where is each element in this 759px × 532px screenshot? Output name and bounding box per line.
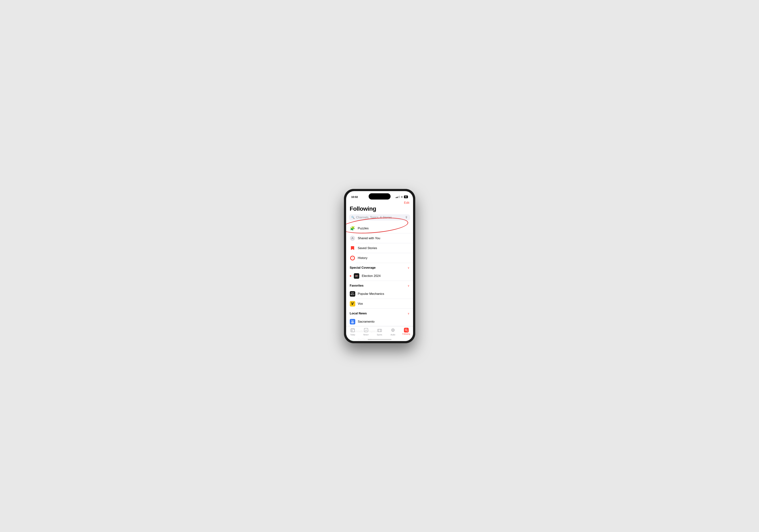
tab-newsplus[interactable]: + News+	[359, 328, 373, 336]
today-icon	[350, 328, 355, 333]
chevron-down-icon-local: ∨	[408, 312, 409, 315]
newsplus-icon: +	[364, 328, 369, 333]
svg-rect-12	[352, 330, 352, 331]
tab-following[interactable]: Following	[400, 328, 413, 335]
svg-rect-4	[352, 320, 352, 323]
list-item-election[interactable]: Election 2024	[346, 271, 413, 281]
search-placeholder: Channels, Topics, & Stories	[356, 216, 404, 219]
svg-rect-2	[355, 276, 358, 276]
audio-icon	[390, 328, 395, 333]
puzzles-label: Puzzles	[358, 227, 369, 230]
wifi-icon: ⊜	[401, 196, 403, 198]
list-item-pop-mech[interactable]: POPMECH Popular Mechanics	[346, 289, 413, 299]
chevron-down-icon-favorites: ∨	[408, 284, 409, 287]
favorites-title: Favorites	[350, 284, 364, 287]
tab-today[interactable]: Today	[346, 328, 359, 336]
special-coverage-title: Special Coverage	[350, 266, 376, 270]
shared-label: Shared with You	[358, 237, 380, 240]
shared-icon	[350, 236, 355, 241]
list-item-shared[interactable]: Shared with You	[346, 233, 413, 243]
vox-icon: V	[350, 301, 355, 307]
phone-screen: 10:02 ⊜ 91 Edit Following �	[346, 191, 413, 341]
page-header: Edit	[346, 200, 413, 205]
page-title: Following	[346, 205, 413, 214]
local-news-title: Local News	[350, 312, 367, 315]
pop-mech-label: Popular Mechanics	[358, 292, 384, 296]
saved-stories-label: Saved Stories	[358, 247, 377, 250]
section-local-news[interactable]: Local News ∨	[346, 309, 413, 317]
svg-rect-5	[352, 321, 353, 323]
svg-rect-7	[351, 323, 354, 323]
svg-rect-3	[355, 276, 357, 276]
list-item-saved[interactable]: Saved Stories	[346, 243, 413, 253]
home-indicator	[368, 339, 391, 340]
content-area[interactable]: Edit Following 🔍 Channels, Topics, & Sto…	[346, 200, 413, 341]
dynamic-island	[369, 193, 390, 200]
svg-rect-15	[378, 329, 381, 332]
list-item-vox[interactable]: V Vox	[346, 299, 413, 309]
pop-mech-icon: POPMECH	[350, 291, 355, 297]
mic-icon[interactable]: 🎙	[405, 216, 408, 219]
status-icons: ⊜ 91	[396, 196, 408, 198]
section-special-coverage[interactable]: Special Coverage ∨	[346, 263, 413, 271]
chevron-down-icon: ∨	[408, 266, 409, 269]
today-label: Today	[350, 334, 355, 336]
sacramento-icon	[350, 319, 355, 324]
bookmark-icon	[350, 246, 355, 251]
notification-dot	[350, 275, 351, 277]
tab-audio[interactable]: Audio	[386, 328, 400, 336]
svg-rect-6	[353, 320, 353, 323]
following-icon	[404, 328, 409, 332]
list-item-sacramento[interactable]: Sacramento	[346, 317, 413, 326]
section-favorites[interactable]: Favorites ∨	[346, 281, 413, 289]
edit-button[interactable]: Edit	[404, 201, 409, 205]
puzzle-icon: 🧩	[350, 226, 355, 231]
svg-text:+: +	[366, 329, 367, 331]
svg-rect-11	[351, 329, 354, 330]
list-item-history[interactable]: History	[346, 253, 413, 263]
svg-line-20	[407, 331, 408, 331]
status-time: 10:02	[351, 195, 358, 198]
audio-label: Audio	[390, 334, 395, 336]
election-label: Election 2024	[362, 274, 381, 278]
history-label: History	[358, 256, 368, 260]
sacramento-label: Sacramento	[358, 320, 375, 323]
signal-icon	[396, 196, 400, 198]
search-icon: 🔍	[351, 216, 355, 219]
tab-sports[interactable]: Sports	[373, 328, 386, 336]
clock-icon	[350, 255, 355, 261]
search-bar[interactable]: 🔍 Channels, Topics, & Stories 🎙	[349, 214, 410, 220]
battery-icon: 91	[404, 196, 408, 198]
tab-bar: Today + News+	[346, 326, 413, 341]
sports-label: Sports	[377, 334, 382, 336]
vox-label: Vox	[358, 302, 363, 306]
phone-frame: 10:02 ⊜ 91 Edit Following �	[344, 189, 415, 343]
list-item-puzzles[interactable]: 🧩 Puzzles	[346, 223, 413, 233]
newsplus-label: News+	[363, 334, 369, 336]
following-label: Following	[402, 333, 410, 335]
election-icon	[354, 273, 359, 279]
sports-icon	[377, 328, 382, 333]
